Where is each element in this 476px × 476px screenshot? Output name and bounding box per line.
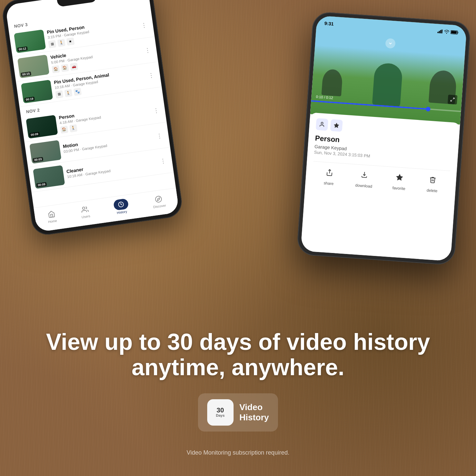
nav-home-label: Home [48,219,57,224]
badge-icon-unit: Days [216,413,225,418]
person-figure [372,63,403,107]
wifi-icon [444,30,450,34]
thumbnail: 00:19 [21,80,53,103]
nav-discover[interactable]: Discover [152,194,166,209]
duration-badge: 00:19 [24,97,35,102]
badge-text: Video History [239,402,269,423]
duration-badge: 00:09 [36,182,47,187]
left-phone-screen: NOV 3 00:12 Pin Used, Person 3:15 PM · G… [5,0,180,232]
svg-rect-10 [458,32,458,33]
svg-rect-5 [439,31,440,33]
home-icon [46,209,57,219]
nav-users-label: Users [81,214,90,219]
favorite-icon [393,170,407,184]
thumbnail: 00:03 [29,140,61,164]
clip-info-panel: Person Garage Keypad Sun, Nov 3, 2024 3:… [301,112,460,261]
favorite-label: favorite [392,185,406,191]
delete-label: delete [427,188,438,193]
nav-history[interactable]: History [113,198,129,215]
svg-rect-4 [437,32,438,33]
more-options-button[interactable]: ⋮ [158,157,168,165]
favorite-button[interactable]: favorite [392,170,406,191]
disclaimer-text: Video Monitoring subscription required. [26,449,450,456]
tag-paw-icon: 🐾 [73,88,82,96]
history-icon [113,198,129,210]
signal-icon [437,29,443,34]
tag-star-icon: ★ [67,37,75,45]
svg-marker-3 [157,198,160,201]
svg-rect-7 [441,29,443,33]
main-headline: View up to 30 days of video history anyt… [26,329,450,380]
badge-title-line2: History [239,412,269,423]
tag-garage-icon: 🏠 [60,126,69,134]
badge-icon: 30 Days [207,399,234,426]
discover-icon [154,194,164,204]
more-options-button[interactable]: ⋮ [146,71,156,79]
nav-history-label: History [117,210,127,214]
item-info: Cleaner 10:18 AM · Garage Keypad [66,156,156,180]
share-button[interactable]: share [322,165,336,186]
svg-line-17 [364,172,365,176]
tag-car-icon: 🚗 [70,63,78,71]
badge-title-line1: Video [239,402,269,412]
download-button[interactable]: download [355,168,373,188]
thumbnail: 00:09 [26,115,58,139]
duration-badge: 00:09 [29,132,40,137]
star-tag-button[interactable] [330,119,343,132]
share-icon [322,165,337,180]
svg-point-14 [321,122,323,124]
download-icon [357,168,372,182]
delete-icon [426,173,440,187]
svg-marker-15 [334,123,339,128]
svg-point-2 [155,196,162,203]
svg-marker-18 [396,174,403,181]
thumbnail: 00:15 [17,55,49,78]
svg-rect-11 [451,31,457,34]
users-icon [80,204,90,215]
tag-grid-icon: ⊞ [55,90,63,98]
duration-badge: 00:12 [17,46,28,52]
tag-garage2-icon: 🏠 [61,64,69,72]
history-list: NOV 3 00:12 Pin Used, Person 3:15 PM · G… [5,0,176,208]
more-options-button[interactable]: ⋮ [143,46,153,54]
fullscreen-button[interactable] [448,95,458,104]
person-tag-button[interactable] [316,118,328,131]
share-label: share [323,181,334,186]
tag-person-icon: 🚶 [64,89,72,97]
nav-users[interactable]: Users [80,204,91,219]
right-phone: 9:31 [296,11,471,266]
tag-person-icon: 🚶 [69,124,77,132]
status-time: 9:31 [324,21,334,27]
tag-garage-icon: 🏠 [52,65,60,73]
battery-icon [451,30,459,35]
duration-badge: 00:15 [21,71,31,77]
tag-person-icon: 🚶 [57,39,66,47]
chevron-down-button[interactable] [385,38,396,49]
bottom-content: View up to 30 days of video history anyt… [0,329,476,456]
thumbnail: 00:09 [33,165,65,189]
feature-badge: 30 Days Video History [198,393,278,432]
svg-point-8 [446,33,447,34]
svg-line-16 [329,170,330,174]
status-icons [437,29,459,35]
right-phone-screen: 9:31 [301,15,467,261]
video-preview[interactable]: 9:31 [310,15,467,125]
duration-badge: 00:03 [33,157,43,162]
download-label: download [355,183,372,189]
nav-home[interactable]: Home [46,209,57,223]
delete-button[interactable]: delete [425,173,440,193]
more-options-button[interactable]: ⋮ [155,132,164,140]
more-options-button[interactable]: ⋮ [139,21,149,29]
badge-icon-number: 30 [217,407,224,413]
svg-point-0 [82,207,85,209]
more-options-button[interactable]: ⋮ [151,106,161,115]
tag-grid-icon: ⊞ [48,40,56,48]
thumbnail: 00:12 [14,29,46,53]
svg-rect-6 [440,30,441,33]
clip-actions: share download favorite [312,161,450,197]
